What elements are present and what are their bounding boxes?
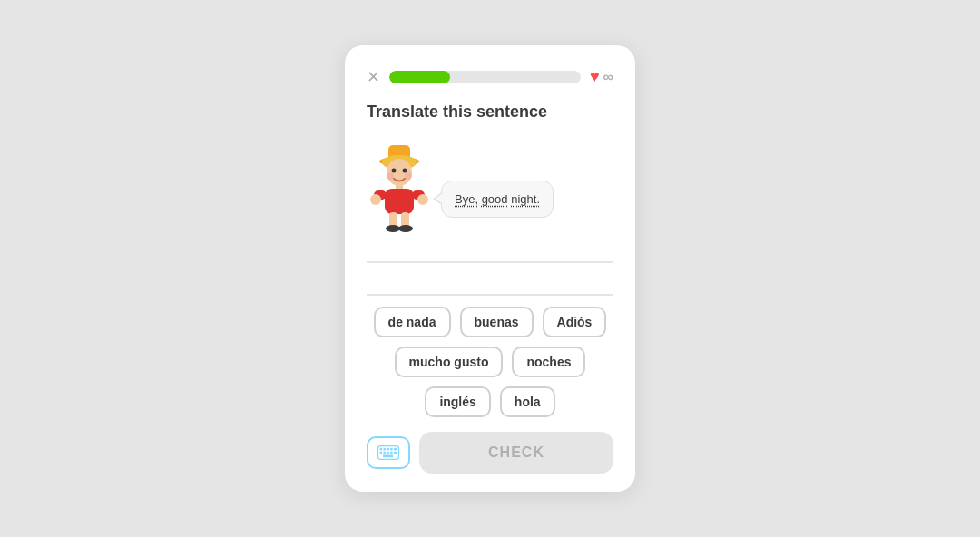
hearts-area: ♥ ∞ [590,67,613,86]
svg-point-4 [392,169,397,173]
svg-rect-27 [390,452,393,454]
svg-rect-25 [383,452,386,454]
svg-point-7 [405,172,412,180]
word-chip-buenas[interactable]: buenas [460,307,534,337]
word-chip-mucho-gusto[interactable]: mucho gusto [395,347,504,377]
check-button[interactable]: CHECK [419,432,613,474]
keyboard-button[interactable] [367,436,410,469]
bottom-row: CHECK [367,432,613,474]
progress-bar-fill [389,71,450,83]
svg-rect-20 [383,448,386,451]
word-bank: de nada buenas Adiós mucho gusto noches … [367,307,613,417]
answer-line-2 [367,270,613,296]
bubble-word-bye: Bye, [455,192,478,206]
svg-point-5 [403,169,407,173]
word-chip-hola[interactable]: hola [500,386,555,417]
svg-point-13 [417,194,428,205]
speech-bubble: Bye, good night. [441,181,554,219]
svg-rect-21 [387,448,389,451]
svg-point-16 [386,225,400,232]
lesson-title: Translate this sentence [367,103,613,122]
svg-rect-26 [387,452,389,454]
word-chip-de-nada[interactable]: de nada [374,307,451,337]
bubble-word-night: night. [511,192,540,206]
word-chip-adios[interactable]: Adiós [543,307,607,337]
keyboard-icon [377,445,399,460]
word-chip-noches[interactable]: noches [512,347,585,377]
lesson-card: ✕ ♥ ∞ Translate this sentence [345,45,635,492]
progress-bar [389,71,581,83]
svg-rect-24 [380,452,383,454]
close-button[interactable]: ✕ [367,69,380,85]
infinity-icon: ∞ [603,69,613,85]
character-area: Bye, good night. [367,136,613,227]
svg-point-17 [398,225,413,232]
bubble-word-good: good [482,192,508,206]
answer-area [367,238,613,296]
svg-point-6 [387,172,394,180]
svg-point-12 [370,194,381,205]
header-row: ✕ ♥ ∞ [367,67,613,86]
svg-rect-9 [385,189,414,214]
svg-rect-19 [380,448,383,451]
character-figure [367,136,432,227]
heart-icon: ♥ [590,67,600,86]
svg-rect-29 [383,455,393,458]
svg-rect-23 [394,448,397,451]
answer-line-1 [367,238,613,263]
svg-rect-28 [394,452,397,454]
svg-rect-22 [390,448,393,451]
word-chip-ingles[interactable]: inglés [425,386,490,417]
